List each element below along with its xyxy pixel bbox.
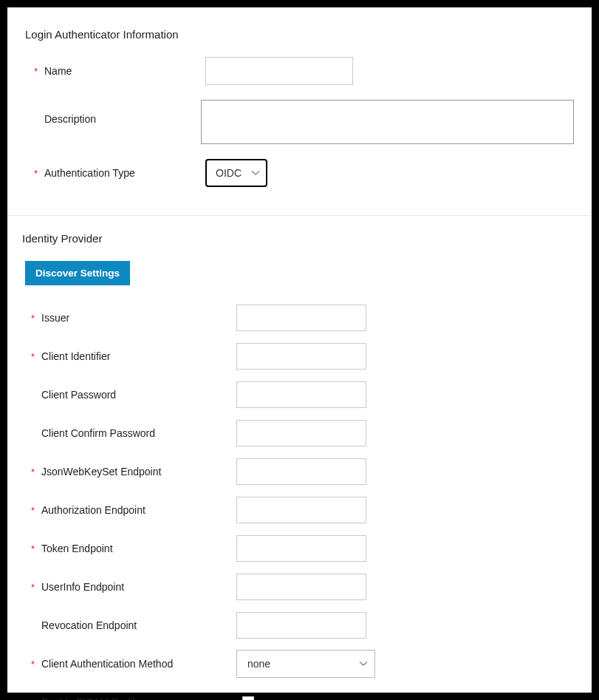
revocation-endpoint-input[interactable] <box>236 612 366 639</box>
required-asterisk: * <box>34 168 44 179</box>
authorization-endpoint-input[interactable] <box>236 497 366 523</box>
required-asterisk: * <box>31 351 41 362</box>
label-name: Name <box>44 65 72 77</box>
label-issuer: Issuer <box>41 312 69 324</box>
label-revocation-endpoint: Revocation Endpoint <box>41 619 137 631</box>
required-asterisk: * <box>31 659 41 670</box>
section-title-login-auth: Login Authenticator Information <box>25 28 574 41</box>
label-jwks-endpoint: JsonWebKeySet Endpoint <box>41 466 161 478</box>
client-auth-method-select[interactable]: none <box>236 650 375 678</box>
required-asterisk: * <box>31 582 41 593</box>
section-title-identity-provider: Identity Provider <box>22 232 574 245</box>
auth-type-select[interactable]: OIDC <box>205 159 267 187</box>
client-identifier-input[interactable] <box>236 343 366 370</box>
label-userinfo-endpoint: UserInfo Endpoint <box>41 581 124 593</box>
label-token-endpoint: Token Endpoint <box>41 543 113 554</box>
label-auth-type: Authentication Type <box>44 167 135 179</box>
issuer-input[interactable] <box>236 305 366 331</box>
required-asterisk: * <box>31 313 41 324</box>
label-client-confirm-password: Client Confirm Password <box>41 427 155 439</box>
label-client-password: Client Password <box>41 389 116 401</box>
enable-ficam-checkbox[interactable] <box>242 696 254 700</box>
token-endpoint-input[interactable] <box>236 535 366 562</box>
userinfo-endpoint-input[interactable] <box>236 574 366 600</box>
client-password-input[interactable] <box>236 381 366 408</box>
label-client-auth-method: Client Authentication Method <box>41 658 173 670</box>
required-asterisk: * <box>34 66 44 77</box>
required-asterisk: * <box>31 505 41 516</box>
label-enable-ficam: Enable FICAM Profile <box>41 696 141 700</box>
jwks-endpoint-input[interactable] <box>236 458 366 485</box>
discover-settings-button[interactable]: Discover Settings <box>25 261 130 285</box>
client-confirm-password-input[interactable] <box>236 420 366 446</box>
label-description: Description <box>44 113 96 125</box>
label-authorization-endpoint: Authorization Endpoint <box>41 504 146 516</box>
description-textarea[interactable] <box>201 100 574 144</box>
required-asterisk: * <box>31 466 41 478</box>
name-input[interactable] <box>205 57 353 85</box>
required-asterisk: * <box>31 543 41 554</box>
label-client-identifier: Client Identifier <box>41 350 110 362</box>
